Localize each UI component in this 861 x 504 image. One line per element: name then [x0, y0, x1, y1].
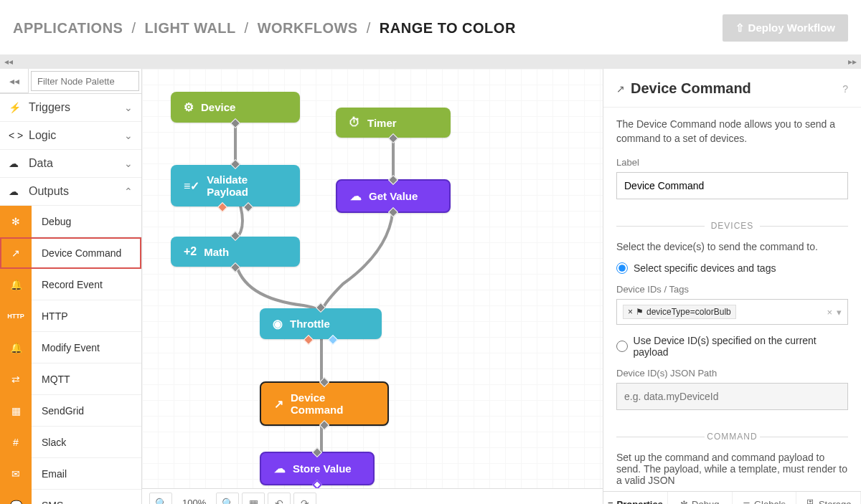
bolt-icon: ⚡ [9, 102, 22, 113]
device-tags-input[interactable]: × ⚑ deviceType=colorBulb × ▾ [616, 299, 848, 325]
deploy-workflow-button[interactable]: ⇧ Deploy Workflow [723, 14, 848, 42]
bell-edit-icon: 🔔 [0, 332, 32, 363]
zoom-level: 100% [175, 498, 213, 504]
throttle-icon: ◉ [273, 317, 283, 331]
palette-item-device-command[interactable]: ↗ Device Command [0, 237, 141, 269]
section-command: COMMAND [616, 432, 848, 442]
node-timer[interactable]: ⏱ Timer [336, 108, 451, 138]
arrow-icon: ↗ [274, 397, 283, 411]
workflow-canvas[interactable]: ⚙ Device ⏱ Timer ≡✓ Validate Payload ☁ G… [142, 69, 603, 504]
breadcrumb-current: RANGE TO COLOR [380, 20, 516, 36]
device-ids-label: Device IDs / Tags [616, 284, 848, 295]
palette-item-slack[interactable]: # Slack [0, 427, 141, 458]
help-icon[interactable]: ? [842, 83, 848, 95]
breadcrumb: APPLICATIONS / LIGHT WALL / WORKFLOWS / … [13, 20, 516, 37]
palette-item-modify-event[interactable]: 🔔 Modify Event [0, 332, 141, 363]
zoom-in-button[interactable]: 🔍 [216, 493, 239, 505]
grid-toggle-button[interactable]: ▦ [242, 493, 265, 505]
http-icon: HTTP [0, 300, 32, 332]
chevron-up-icon: ⌃ [124, 186, 133, 197]
command-help-text: Set up the command and command payload t… [616, 452, 848, 486]
filter-palette-input[interactable] [31, 71, 139, 91]
undo-button[interactable]: ↶ [268, 493, 291, 505]
cloud-down-icon: ☁ [350, 189, 362, 203]
node-store-value[interactable]: ☁ Store Value [260, 452, 375, 485]
tab-properties[interactable]: ≡Properties [603, 492, 668, 504]
palette-item-sendgrid[interactable]: ▦ SendGrid [0, 395, 141, 427]
node-get-value[interactable]: ☁ Get Value [336, 179, 451, 213]
storage-icon: 🗄 [806, 499, 815, 504]
node-palette: ◂◂ ⚡ Triggers ⌄ < > Logic ⌄ ☁ Data ⌄ ☁ O… [0, 69, 142, 504]
canvas-toolbar: 🔍 100% 🔍 ▦ ↶ ↷ [142, 488, 603, 504]
arrow-icon: ↗ [616, 83, 625, 95]
code-icon: < > [9, 130, 22, 141]
tab-storage[interactable]: 🗄Storage [796, 492, 861, 504]
chevron-down-icon: ⌄ [124, 130, 133, 141]
check-icon: ≡✓ [184, 179, 199, 193]
sendgrid-icon: ▦ [0, 395, 32, 427]
node-math[interactable]: +2 Math [171, 237, 300, 267]
node-validate-payload[interactable]: ≡✓ Validate Payload [171, 165, 300, 206]
node-device-command[interactable]: ↗ Device Command [260, 381, 389, 426]
category-outputs[interactable]: ☁ Outputs ⌃ [0, 178, 141, 206]
stopwatch-icon: ⏱ [349, 116, 360, 129]
category-logic[interactable]: < > Logic ⌄ [0, 122, 141, 150]
chevron-down-icon: ⌄ [124, 102, 133, 113]
category-data[interactable]: ☁ Data ⌄ [0, 150, 141, 178]
panel-description: The Device Command node allows you to se… [616, 118, 848, 146]
clear-icon[interactable]: × [827, 307, 832, 318]
radio-payload-devices[interactable]: Use Device ID(s) specified on the curren… [616, 335, 848, 358]
swap-icon: ⇄ [0, 363, 32, 395]
slack-icon: # [0, 427, 32, 458]
tab-debug[interactable]: ✻Debug [668, 492, 733, 504]
chevron-down-icon[interactable]: ▾ [837, 307, 842, 318]
redo-button[interactable]: ↷ [293, 493, 316, 505]
breadcrumb-project[interactable]: LIGHT WALL [145, 20, 236, 36]
palette-item-debug[interactable]: ✻ Debug [0, 206, 141, 237]
palette-item-record-event[interactable]: 🔔 Record Event [0, 269, 141, 300]
list-icon: ≡ [608, 499, 613, 504]
zoom-out-button[interactable]: 🔍 [149, 493, 172, 505]
bug-icon: ✻ [680, 499, 688, 504]
devices-help-text: Select the device(s) to send the command… [616, 241, 848, 252]
arrow-icon: ↗ [0, 237, 32, 269]
plus-icon: +2 [184, 245, 197, 258]
palette-item-mqtt[interactable]: ⇄ MQTT [0, 363, 141, 395]
cloud-icon: ☁ [9, 158, 22, 169]
palette-item-email[interactable]: ✉ Email [0, 458, 141, 490]
properties-panel: ↗ Device Command ? The Device Command no… [603, 69, 861, 504]
panel-title: Device Command [631, 80, 751, 97]
node-throttle[interactable]: ◉ Throttle [260, 308, 382, 339]
bug-icon: ✻ [0, 206, 32, 237]
label-input[interactable] [616, 172, 848, 199]
json-path-label: Device ID(s) JSON Path [616, 368, 848, 379]
chat-icon: 💬 [0, 490, 32, 505]
flag-icon: ⚑ [636, 307, 644, 317]
section-devices: DEVICES [616, 221, 848, 231]
label-field-label: Label [616, 157, 848, 168]
palette-item-sms[interactable]: 💬 SMS [0, 490, 141, 504]
expand-right-icon[interactable]: ▸▸ [848, 57, 857, 67]
mail-icon: ✉ [0, 458, 32, 490]
radio-specific-devices[interactable]: Select specific devices and tags [616, 262, 848, 274]
palette-item-http[interactable]: HTTP HTTP [0, 300, 141, 332]
breadcrumb-app[interactable]: APPLICATIONS [13, 20, 123, 36]
breadcrumb-section[interactable]: WORKFLOWS [258, 20, 358, 36]
cloud-up-icon: ☁ [9, 186, 22, 197]
globals-icon: ≣ [743, 499, 751, 504]
tab-globals[interactable]: ≣Globals [733, 492, 797, 504]
chevron-down-icon: ⌄ [124, 158, 133, 169]
cloud-up-icon: ☁ [274, 462, 286, 475]
node-device[interactable]: ⚙ Device [171, 92, 300, 123]
bell-icon: 🔔 [0, 269, 32, 300]
close-icon[interactable]: × [628, 307, 633, 317]
collapse-left-icon[interactable]: ◂◂ [4, 57, 13, 67]
gear-icon: ⚙ [184, 100, 194, 114]
category-triggers[interactable]: ⚡ Triggers ⌄ [0, 94, 141, 122]
collapse-palette-button[interactable]: ◂◂ [0, 69, 29, 93]
json-path-input [616, 383, 848, 410]
upload-icon: ⇧ [735, 22, 745, 34]
